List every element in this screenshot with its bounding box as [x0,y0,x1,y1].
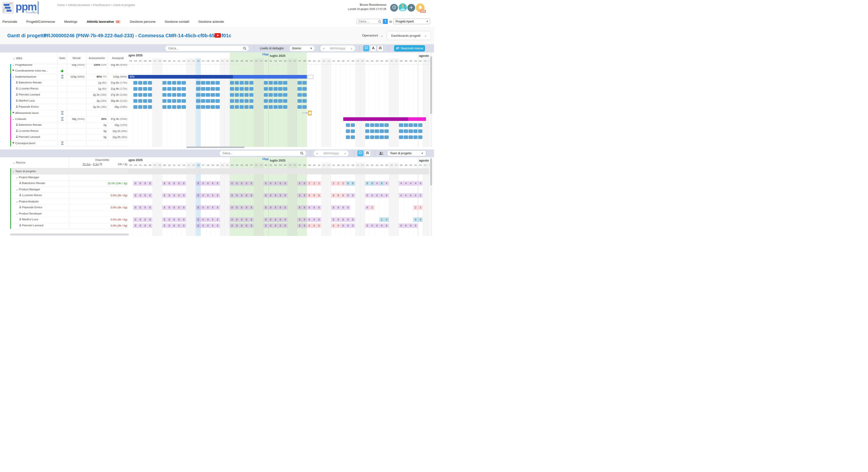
gantt-day-bar[interactable] [196,93,200,97]
nav-item-gestione-contatti[interactable]: Gestione contatti [165,20,189,24]
gantt-day-bar[interactable] [148,99,152,103]
gantt-day-bar[interactable] [206,81,210,85]
gantt-day-bar[interactable] [211,105,215,109]
allocation-cell[interactable]: 8 [379,193,384,198]
gantt-day-bar[interactable] [143,81,147,85]
allocation-cell[interactable]: 6 [235,181,239,186]
gantt-day-bar[interactable] [413,129,417,133]
wbs-row[interactable]: ⚑Coordinamento inizio lav... [10,68,128,74]
resource-date-value[interactable]: dd/mm/yyyy [323,151,339,155]
allocation-cell[interactable]: 8 [143,205,147,210]
gantt-day-bar[interactable] [182,99,186,103]
resource-row[interactable]: ⌄Product Developer [10,211,128,217]
allocation-cell[interactable]: 8 [201,205,205,210]
allocation-cell[interactable]: 8 [172,193,177,198]
gantt-day-bar[interactable] [278,105,282,109]
gantt-day-bar[interactable] [249,105,253,109]
allocation-cell[interactable]: 8 [350,193,355,198]
wbs-row[interactable]: Manfroi Luca3g (24h)26g 4h (212h) [10,98,128,104]
allocation-cell[interactable]: 8 [167,217,172,222]
resource-row[interactable]: ⌄Product Manager [10,187,128,193]
period-from-link[interactable]: 23 Jun [83,163,91,166]
gantt-day-bar[interactable] [230,105,234,109]
allocation-cell[interactable]: 8 [133,217,138,222]
allocation-cell[interactable]: 2 [379,217,384,222]
gantt-day-bar[interactable] [230,81,234,85]
chevron-down-icon[interactable]: ⌄ [16,175,18,179]
allocation-cell[interactable]: 8 [269,217,273,222]
gantt-day-bar[interactable] [379,135,384,139]
allocation-cell[interactable]: 4 [384,217,389,222]
allocation-cell[interactable]: 8 [312,193,316,198]
allocation-cell[interactable]: 6 [249,181,254,186]
wbs-row[interactable]: ⌄Progettazione50g (400h)100% 50%50g 4h (… [10,64,128,68]
allocation-cell[interactable]: 8 [408,224,413,228]
gantt-day-bar[interactable] [245,81,249,85]
allocation-cell[interactable]: 8 [143,193,147,198]
allocation-cell[interactable]: 8 [172,224,177,228]
allocation-cell[interactable]: 8 [172,205,177,210]
gantt-day-bar[interactable] [182,87,186,91]
wbs-row[interactable]: LLorento Renzo1g (8h)21g 4h (172h) [10,86,128,92]
gantt-day-bar[interactable] [143,99,147,103]
allocation-cell[interactable]: 8 [138,205,143,210]
chevron-down-icon[interactable]: ⌄ [16,200,18,203]
gantt-day-bar[interactable] [375,135,379,139]
allocation-cell[interactable]: 8 [181,224,186,228]
allocation-cell[interactable]: 6 [418,193,423,198]
allocation-cell[interactable]: 8 [143,217,147,222]
gantt-day-bar[interactable] [245,87,249,91]
gantt-day-bar[interactable] [375,123,379,127]
allocation-cell[interactable]: 8 [379,181,384,186]
allocation-cell[interactable]: 8 [249,205,254,210]
allocation-cell[interactable]: 2 [418,205,423,210]
allocation-cell[interactable]: 8 [133,205,138,210]
wbs-row[interactable]: ⌄Implementazione123g (984h)80% 7%123g (9… [10,74,128,80]
gantt-summary-bar[interactable] [343,117,426,121]
allocation-cell[interactable]: 8 [138,217,143,222]
allocation-cell[interactable]: 6 [307,224,312,228]
gantt-day-bar[interactable] [133,81,137,85]
stato-column-header[interactable]: Stato [58,57,67,60]
breadcrumb[interactable]: Home » Attività lavorative » Pianificazi… [57,3,135,7]
gantt-day-bar[interactable] [399,135,403,139]
gantt-day-bar[interactable] [138,105,142,109]
allocation-cell[interactable]: 8 [177,193,181,198]
allocation-cell[interactable]: 6 [244,181,249,186]
allocation-cell[interactable]: 2 [341,181,345,186]
allocation-cell[interactable]: 8 [133,193,138,198]
gantt-day-bar[interactable] [274,87,278,91]
gantt-day-bar[interactable] [298,93,302,97]
allocation-cell[interactable]: 8 [181,217,186,222]
allocation-cell[interactable]: 8 [269,205,273,210]
allocation-cell[interactable]: 8 [148,217,152,222]
allocation-cell[interactable]: 8 [235,205,239,210]
allocation-cell[interactable]: 8 [302,217,307,222]
gantt-day-bar[interactable] [167,105,172,109]
allocation-cell[interactable]: 8 [317,193,321,198]
allocation-cell[interactable]: 8 [215,193,220,198]
gantt-day-bar[interactable] [206,99,210,103]
gantt-day-bar[interactable] [172,105,176,109]
allocation-cell[interactable]: 2 [331,181,336,186]
gantt-day-bar[interactable] [211,93,215,97]
operations-dropdown[interactable]: Operazioni ⌄ [362,34,383,37]
allocation-cell[interactable]: 8 [201,181,205,186]
gantt-day-bar[interactable] [177,93,181,97]
allocation-cell[interactable]: 8 [244,193,249,198]
allocation-cell[interactable]: 8 [181,181,186,186]
allocation-cell[interactable]: 8 [177,205,181,210]
allocation-cell[interactable]: 8 [167,193,172,198]
allocation-cell[interactable]: 8 [230,205,234,210]
allocation-cell[interactable]: 8 [172,217,177,222]
resource-search-input[interactable] [220,150,306,156]
resource-row[interactable]: ⌄Team di progetto [10,168,128,175]
gantt-day-bar[interactable] [245,105,249,109]
gantt-day-bar[interactable] [235,105,239,109]
allocation-cell[interactable]: 8 [235,224,239,228]
allocation-cell[interactable]: 8 [201,217,205,222]
gantt-day-bar[interactable] [138,87,142,91]
allocation-cell[interactable]: 8 [215,224,220,228]
gantt-day-bar[interactable] [162,99,166,103]
allocation-cell[interactable]: 8 [177,181,181,186]
